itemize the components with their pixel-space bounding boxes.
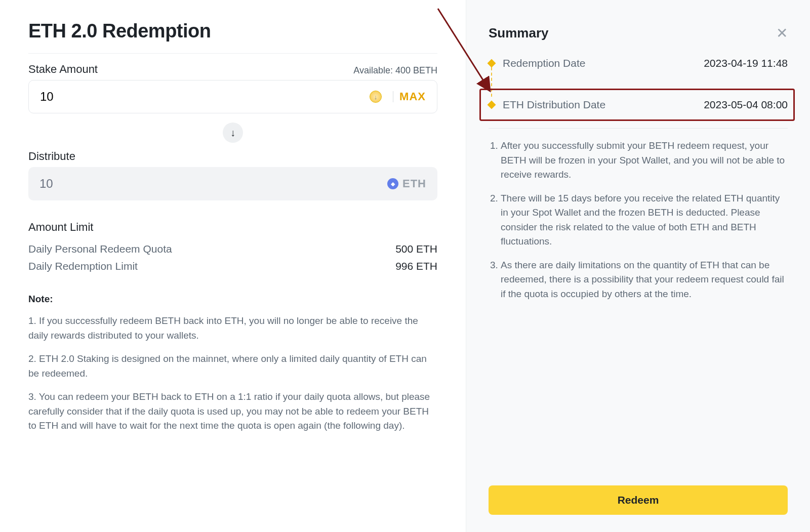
input-divider [393,91,393,102]
distribute-output-box: 10 ETH [28,167,437,200]
note-title: Note: [28,294,437,305]
stake-amount-input[interactable] [40,90,370,104]
limit-row: Daily Redemption Limit 996 ETH [28,260,437,272]
distribution-date-label: ETH Distribution Date [503,99,605,111]
stake-header: Stake Amount Available: 400 BETH [28,63,437,76]
summary-divider [489,128,788,129]
max-button[interactable]: MAX [399,90,426,103]
limit-label: Daily Redemption Limit [28,260,138,272]
distribute-label: Distribute [28,150,437,163]
distribution-date-value: 2023-05-04 08:00 [704,99,788,111]
redemption-date-row: Redemption Date 2023-04-19 11:48 [489,54,788,72]
note-item: 2. ETH 2.0 Staking is designed on the ma… [28,352,437,381]
diamond-icon [488,59,496,68]
beth-coin-icon [370,91,382,103]
available-balance: Available: 400 BETH [353,65,437,76]
arrow-down-icon: ↓ [223,122,243,143]
page-title: ETH 2.0 Redemption [28,20,437,54]
limit-label: Daily Personal Redeem Quota [28,243,172,255]
summary-note-item: After you successfully submit your BETH … [501,139,788,182]
distribute-value: 10 [39,177,387,191]
distribution-date-wrapper: ETH Distribution Date 2023-05-04 08:00 [489,96,788,114]
close-icon[interactable]: ✕ [776,26,788,40]
redemption-date-value: 2023-04-19 11:48 [704,57,788,69]
summary-notes-list: After you successfully submit your BETH … [489,139,788,310]
redemption-panel: ETH 2.0 Redemption Stake Amount Availabl… [0,0,466,532]
distribute-unit: ETH [402,177,426,190]
diamond-icon [488,101,496,109]
eth-coin-icon [387,178,398,189]
limit-value: 996 ETH [395,260,437,272]
app-container: ETH 2.0 Redemption Stake Amount Availabl… [0,0,810,532]
distribution-date-row: ETH Distribution Date 2023-05-04 08:00 [489,96,788,114]
stake-amount-label: Stake Amount [28,63,98,76]
stake-amount-input-box[interactable]: MAX [28,80,437,113]
summary-note-item: There will be 15 days before you receive… [501,191,788,249]
summary-header: Summary ✕ [489,25,788,41]
amount-limit-title: Amount Limit [28,221,437,234]
redemption-date-label: Redemption Date [503,57,585,69]
summary-timeline: Redemption Date 2023-04-19 11:48 ETH Dis… [489,54,788,114]
limit-row: Daily Personal Redeem Quota 500 ETH [28,243,437,255]
note-item: 1. If you successfully redeem BETH back … [28,314,437,343]
summary-note-item: As there are daily limitations on the qu… [501,258,788,302]
limit-value: 500 ETH [395,243,437,255]
summary-panel: Summary ✕ Redemption Date 2023-04-19 11:… [466,0,810,532]
note-item: 3. You can redeem your BETH back to ETH … [28,390,437,433]
summary-title: Summary [489,25,549,41]
redeem-button[interactable]: Redeem [489,485,788,515]
